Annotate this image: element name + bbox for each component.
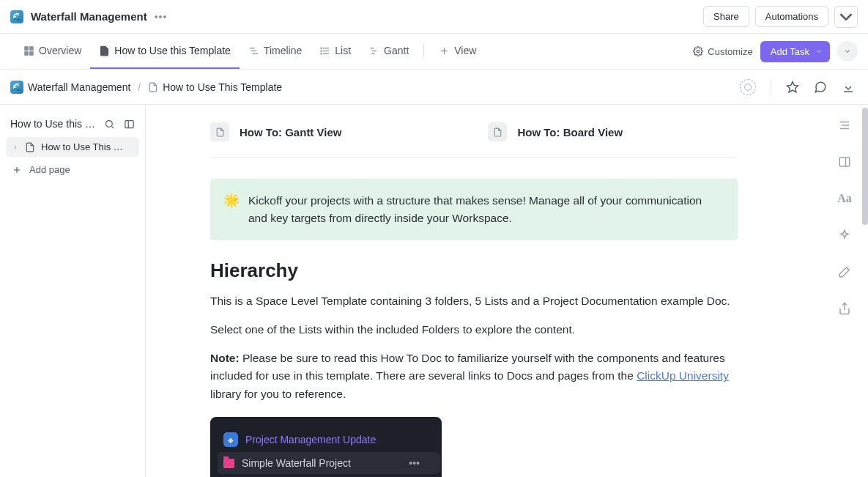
doc-content: How To: Gantt View How To: Board View 🌟 … (210, 105, 738, 477)
automations-button[interactable]: Automations (755, 6, 828, 27)
gear-icon (693, 46, 703, 56)
right-rail: Aa (837, 118, 852, 316)
viewbar-right: Customize Add Task (693, 41, 858, 62)
search-icon[interactable] (104, 119, 115, 130)
svg-rect-32 (839, 158, 850, 166)
wand-icon[interactable] (837, 265, 852, 279)
svg-point-10 (321, 48, 322, 48)
scrollbar[interactable] (862, 105, 868, 477)
callout-emoji: 🌟 (223, 192, 240, 227)
plus-icon (12, 165, 22, 175)
tree-folder-label: Simple Waterfall Project (242, 457, 351, 469)
svg-line-22 (111, 126, 114, 128)
workspace-icon: ◆ (223, 432, 238, 447)
svg-rect-2 (25, 51, 28, 54)
chevron-down-icon (843, 47, 852, 56)
tab-add-view[interactable]: View (430, 34, 485, 69)
paragraph-2: Select one of the Lists within the inclu… (210, 321, 738, 339)
more-icon[interactable]: ••• (155, 11, 168, 23)
share-button[interactable]: Share (703, 6, 749, 27)
tree-folder: Simple Waterfall Project ••• (218, 452, 440, 474)
timeline-icon (248, 45, 259, 56)
star-icon[interactable] (786, 81, 799, 94)
howto-link-board[interactable]: How To: Board View (488, 122, 623, 141)
viewbar-more-button[interactable] (837, 41, 858, 62)
tab-gantt[interactable]: Gantt (360, 34, 418, 69)
tree-root: ◆ Project Management Update (220, 427, 437, 452)
tab-list[interactable]: List (311, 34, 360, 69)
view-separator (423, 45, 424, 58)
breadcrumb-space[interactable]: 🌊 Waterfall Management (10, 81, 130, 94)
sidebar-add-page[interactable]: Add page (6, 157, 139, 182)
customize-button[interactable]: Customize (693, 46, 752, 57)
p3b: library for you to reference. (210, 388, 346, 400)
paragraph-1: This is a Space Level Template containin… (210, 292, 738, 311)
svg-point-12 (321, 53, 322, 53)
tab-list-label: List (335, 45, 351, 56)
topbar: 🌊 Waterfall Management ••• Share Automat… (0, 0, 868, 34)
sidebar: How to Use this … How to Use This … Add … (0, 105, 146, 477)
breadcrumb-separator: / (138, 81, 141, 93)
chevron-down-icon (815, 48, 823, 55)
breadcrumb-actions (740, 79, 855, 95)
body: How to Use this … How to Use This … Add … (0, 105, 868, 477)
doc-icon (25, 142, 35, 152)
folder-icon (223, 459, 234, 468)
typography-icon[interactable]: Aa (837, 191, 852, 206)
doc-badge (210, 122, 229, 141)
tab-howto[interactable]: How to Use this Template (90, 34, 239, 69)
tab-timeline-label: Timeline (264, 45, 302, 56)
sidebar-add-page-label: Add page (29, 164, 70, 175)
customize-label: Customize (708, 46, 752, 57)
callout-text: Kickoff your projects with a structure t… (248, 192, 723, 227)
target-icon[interactable] (740, 79, 756, 95)
outline-icon[interactable] (837, 118, 852, 133)
doc-icon (493, 127, 502, 137)
doc-badge (488, 122, 507, 141)
tab-timeline[interactable]: Timeline (240, 34, 311, 69)
grid-icon (23, 45, 34, 56)
share-icon[interactable] (837, 301, 852, 316)
svg-rect-1 (30, 46, 33, 49)
howto-gantt-label: How To: Gantt View (240, 126, 341, 138)
tab-overview[interactable]: Overview (15, 34, 90, 69)
add-task-label: Add Task (771, 46, 809, 57)
svg-point-18 (697, 50, 700, 53)
tab-add-view-label: View (454, 45, 476, 56)
howto-link-row: How To: Gantt View How To: Board View (210, 118, 738, 158)
gantt-icon (368, 45, 379, 56)
panel-icon[interactable] (124, 119, 135, 130)
svg-point-21 (106, 120, 113, 127)
heading-hierarchy: Hierarchy (210, 259, 738, 282)
clickup-university-link[interactable]: ClickUp University (637, 369, 729, 382)
sidebar-item-howto[interactable]: How to Use This … (6, 137, 139, 157)
main: How To: Gantt View How To: Board View 🌟 … (146, 105, 868, 477)
space-title[interactable]: Waterfall Management (31, 10, 147, 23)
chevron-right-icon (12, 144, 19, 151)
add-task-button[interactable]: Add Task (760, 41, 830, 62)
space-icon[interactable]: 🌊 (10, 10, 23, 23)
download-icon[interactable] (842, 81, 855, 94)
note-label: Note: (210, 352, 240, 364)
svg-rect-23 (125, 120, 133, 127)
topbar-chevron-button[interactable] (834, 6, 858, 28)
howto-board-label: How To: Board View (517, 126, 623, 138)
separator (771, 80, 771, 95)
paragraph-3: Note: Please be sure to read this How To… (210, 350, 738, 404)
space-icon: 🌊 (10, 81, 23, 94)
callout: 🌟 Kickoff your projects with a structure… (210, 179, 738, 240)
tree-root-label: Project Management Update (245, 434, 376, 445)
comment-icon[interactable] (814, 81, 827, 94)
plus-icon (439, 45, 450, 56)
svg-point-11 (321, 50, 322, 51)
viewbar: Overview How to Use this Template Timeli… (0, 34, 868, 70)
hierarchy-tree-image: ◆ Project Management Update Simple Water… (210, 417, 442, 477)
tab-howto-label: How to Use this Template (114, 45, 230, 56)
more-icon: ••• (409, 457, 420, 469)
breadcrumb-doc[interactable]: How to Use This Template (148, 81, 282, 93)
doc-icon (215, 127, 225, 137)
panel-toggle-icon[interactable] (837, 155, 852, 169)
sidebar-header: How to Use this … (6, 115, 139, 137)
howto-link-gantt[interactable]: How To: Gantt View (210, 122, 341, 141)
ai-icon[interactable] (837, 228, 852, 243)
